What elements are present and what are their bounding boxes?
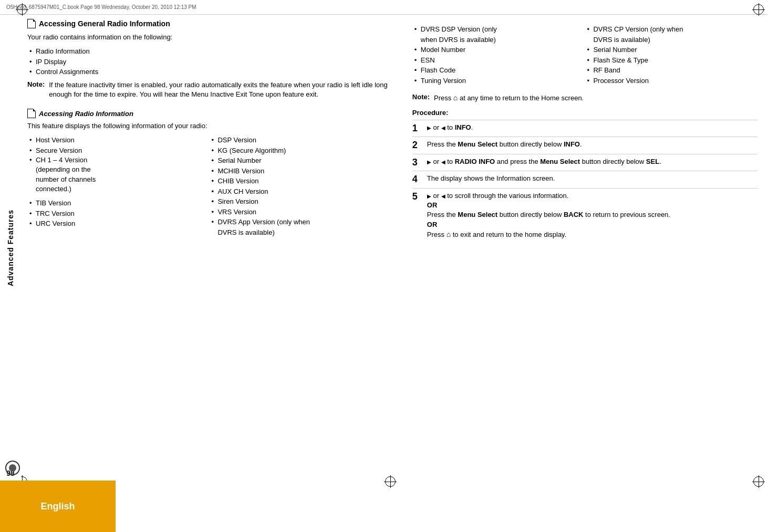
- list-item: TRC Version: [27, 208, 209, 219]
- bullet-ip-display: IP Display: [27, 57, 391, 67]
- or-2: OR: [427, 221, 438, 228]
- arrow-left-icon: ◀: [441, 125, 445, 131]
- info-bullets-col2: DSP Version KG (Secure Algorithm) Serial…: [209, 135, 391, 241]
- arrow-left-icon-2: ◀: [441, 159, 445, 165]
- list-item: DVRS App Version (only whenDVRS is avail…: [209, 217, 391, 237]
- step-1: 1 ▶ or ◀ to INFO.: [412, 120, 757, 137]
- top-bullets: DVRS DSP Version (onlywhen DVRS is avail…: [412, 24, 757, 89]
- info-bullets-col1: Host Version Secure Version CH 1 – 4 Ver…: [27, 135, 209, 241]
- list-item: KG (Secure Algorithm): [209, 145, 391, 156]
- list-item: VRS Version: [209, 207, 391, 217]
- step-4: 4 The display shows the Information scre…: [412, 171, 757, 188]
- list-item: CHIB Version: [209, 176, 391, 186]
- home-icon-step5: ⌂: [447, 230, 451, 238]
- top-bar: O5Head_6875947M01_C.book Page 98 Wednesd…: [0, 0, 768, 15]
- procedure-label: Procedure:: [412, 109, 757, 117]
- section2-intro: This feature displays the following info…: [27, 121, 391, 131]
- list-item: Host Version: [27, 135, 209, 145]
- list-item: Siren Version: [209, 196, 391, 207]
- section1-title: Accessing General Radio Information: [27, 19, 391, 28]
- list-item: Serial Number: [209, 155, 391, 166]
- list-item: Serial Number: [585, 45, 757, 55]
- arrow-right-icon: ▶: [427, 125, 431, 131]
- list-item: Tuning Version: [412, 76, 585, 86]
- list-item: MCHIB Version: [209, 166, 391, 176]
- file-path: O5Head_6875947M01_C.book Page 98 Wednesd…: [6, 4, 196, 10]
- list-item: CH 1 – 4 Version(depending on thenumber …: [27, 155, 209, 194]
- home-icon: ⌂: [453, 93, 458, 102]
- list-item: TIB Version: [27, 198, 209, 208]
- right-note: Note: Press ⌂ at any time to return to t…: [412, 93, 757, 103]
- list-item: RF Band: [585, 65, 757, 76]
- bullet-control-assignments: Control Assignments: [27, 67, 391, 77]
- list-item: Flash Size & Type: [585, 55, 757, 66]
- circle-deco-bl: [5, 461, 20, 475]
- right-column: DVRS DSP Version (onlywhen DVRS is avail…: [407, 19, 757, 243]
- arrow-left-icon-3: ◀: [441, 193, 445, 199]
- main-content: Accessing General Radio Information Your…: [27, 19, 757, 521]
- list-item: Model Number: [412, 45, 585, 55]
- list-item: URC Version: [27, 218, 209, 229]
- section1-note: Note: If the feature inactivity timer is…: [27, 80, 391, 99]
- left-column: Accessing General Radio Information Your…: [27, 19, 407, 243]
- section1-bullets: Radio Information IP Display Control Ass…: [27, 46, 391, 77]
- list-item: DVRS CP Version (only whenDVRS is availa…: [585, 24, 757, 45]
- arrow-right-icon-3: ▶: [427, 193, 431, 199]
- step-3: 3 ▶ or ◀ to RADIO INFO and press the Men…: [412, 154, 757, 171]
- step-5: 5 ▶ or ◀ to scroll through the various i…: [412, 188, 757, 242]
- list-item: ESN: [412, 55, 585, 66]
- right-content: DVRS DSP Version (onlywhen DVRS is avail…: [412, 19, 757, 242]
- section1-doc-icon: [27, 19, 36, 28]
- list-item: Processor Version: [585, 76, 757, 86]
- section1-intro: Your radio contains information on the f…: [27, 33, 391, 42]
- section2-title: Accessing Radio Information: [27, 109, 391, 118]
- list-item: AUX CH Version: [209, 186, 391, 197]
- info-bullets: Host Version Secure Version CH 1 – 4 Ver…: [27, 135, 391, 241]
- or-1: OR: [427, 201, 438, 209]
- steps: 1 ▶ or ◀ to INFO. 2 Press the Menu Selec…: [412, 120, 757, 243]
- bullet-radio-info: Radio Information: [27, 46, 391, 57]
- step-2: 2 Press the Menu Select button directly …: [412, 137, 757, 154]
- top-bullets-col1: DVRS DSP Version (onlywhen DVRS is avail…: [412, 24, 585, 89]
- list-item: DVRS DSP Version (onlywhen DVRS is avail…: [412, 24, 585, 45]
- arrow-right-icon-2: ▶: [427, 159, 431, 165]
- top-bullets-col2: DVRS CP Version (only whenDVRS is availa…: [585, 24, 757, 89]
- sidebar-label: Advanced Features: [0, 15, 21, 481]
- list-item: Secure Version: [27, 145, 209, 156]
- section2-doc-icon: [27, 109, 36, 118]
- list-item: Flash Code: [412, 65, 585, 76]
- list-item: DSP Version: [209, 135, 391, 145]
